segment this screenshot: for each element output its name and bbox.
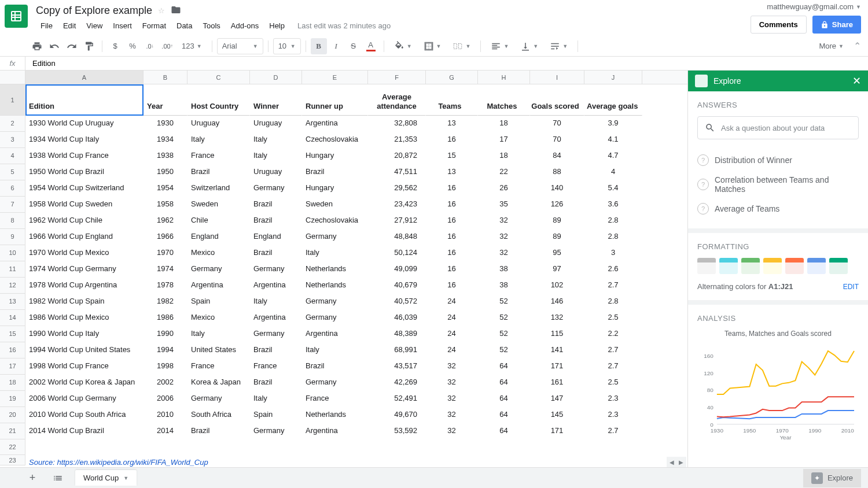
cell[interactable]: 32 [478, 213, 530, 228]
cell[interactable]: 1998 [144, 358, 187, 374]
cell[interactable]: 46,039 [368, 310, 426, 326]
row-header[interactable]: 22 [0, 439, 25, 455]
sheets-logo[interactable] [5, 5, 28, 28]
cell[interactable]: Italy [187, 132, 250, 147]
cell[interactable]: 95 [530, 245, 584, 261]
cell[interactable]: 1978 [144, 278, 187, 293]
cell[interactable]: 13 [426, 164, 478, 180]
cell[interactable]: 84 [530, 148, 584, 164]
cell[interactable]: 47,511 [368, 164, 426, 180]
row-header[interactable]: 14 [0, 310, 25, 326]
cell[interactable] [144, 455, 187, 465]
cell[interactable]: Spain [250, 407, 302, 423]
fill-color-button[interactable]: ▼ [389, 38, 417, 54]
cell[interactable]: 147 [530, 391, 584, 406]
cell[interactable]: 16 [426, 197, 478, 212]
cell[interactable]: 40,679 [368, 278, 426, 293]
row-header[interactable]: 5 [0, 164, 25, 180]
col-header-C[interactable]: C [187, 71, 250, 84]
cell[interactable]: Switzerland [187, 180, 250, 196]
header-cell[interactable]: Edition [25, 84, 144, 116]
cell[interactable]: 1958 World Cup Sweden [25, 197, 144, 212]
cell[interactable]: 2010 World Cup South Africa [25, 407, 144, 423]
row-header[interactable]: 16 [0, 342, 25, 358]
cell[interactable]: 20,872 [368, 148, 426, 164]
cell[interactable]: 1970 [144, 245, 187, 261]
cell[interactable]: 24 [426, 294, 478, 309]
collapse-toolbar-button[interactable]: ⌃ [854, 40, 861, 51]
cell[interactable] [368, 455, 426, 465]
cell[interactable]: 1978 World Cup Argentina [25, 278, 144, 293]
cell[interactable]: Uruguay [250, 164, 302, 180]
cell[interactable]: 2.8 [584, 213, 642, 228]
close-icon[interactable]: ✕ [852, 75, 861, 87]
color-swatch[interactable] [829, 258, 848, 274]
cell[interactable]: 16 [426, 261, 478, 277]
explore-chip-button[interactable]: ✦ Explore [803, 469, 861, 487]
cell[interactable]: 102 [530, 278, 584, 293]
cell[interactable]: 1994 [144, 342, 187, 358]
cell[interactable] [478, 455, 530, 465]
cell[interactable]: 52 [478, 310, 530, 326]
color-swatch[interactable] [697, 258, 716, 274]
cell[interactable]: 2.3 [584, 407, 642, 423]
cell[interactable]: United States [187, 342, 250, 358]
cell[interactable]: 89 [530, 213, 584, 228]
col-header-J[interactable]: J [584, 71, 642, 84]
color-swatch[interactable] [763, 258, 782, 274]
cell[interactable]: 1930 [144, 116, 187, 131]
menu-tools[interactable]: Tools [198, 19, 225, 32]
number-format-dropdown[interactable]: 123 ▼ [176, 38, 207, 54]
cell[interactable]: 52 [478, 294, 530, 309]
cell[interactable]: 1930 World Cup Uruguay [25, 116, 144, 131]
cell[interactable]: 27,912 [368, 213, 426, 228]
cell[interactable]: 1950 World Cup Brazil [25, 164, 144, 180]
header-cell[interactable]: Goals scored [530, 84, 584, 116]
ask-question-input[interactable]: Ask a question about your data [697, 116, 859, 139]
cell[interactable]: Argentina [187, 278, 250, 293]
cell[interactable]: Source: https://en.wikipedia.org/wiki/FI… [25, 455, 144, 465]
cell[interactable]: 38 [478, 261, 530, 277]
menu-format[interactable]: Format [138, 19, 171, 32]
row-header[interactable]: 2 [0, 116, 25, 132]
increase-decimal-button[interactable]: .00↑ [159, 38, 175, 54]
cell[interactable]: Uruguay [250, 116, 302, 131]
cell[interactable]: 132 [530, 310, 584, 326]
row-header[interactable]: 20 [0, 407, 25, 423]
cell[interactable]: Mexico [187, 245, 250, 261]
cell[interactable]: 68,991 [368, 342, 426, 358]
cell[interactable]: 1938 World Cup France [25, 148, 144, 164]
cell[interactable]: 24 [426, 310, 478, 326]
cell[interactable]: 16 [426, 278, 478, 293]
color-swatch[interactable] [785, 258, 804, 274]
cell[interactable]: 26 [478, 180, 530, 196]
cell[interactable]: 2.8 [584, 229, 642, 245]
cell[interactable]: Brazil [302, 164, 368, 180]
cell[interactable]: 32,808 [368, 116, 426, 131]
header-cell[interactable]: Teams [426, 84, 478, 116]
cell[interactable]: 1966 [144, 229, 187, 245]
header-cell[interactable]: Winner [250, 84, 302, 116]
select-all-corner[interactable] [0, 71, 25, 84]
header-cell[interactable]: Runner up [302, 84, 368, 116]
header-cell[interactable]: Averageattendance [368, 84, 426, 116]
cell[interactable] [302, 439, 368, 455]
answer-suggestion[interactable]: ?Distribution of Winner [697, 150, 859, 171]
undo-button[interactable] [46, 38, 62, 54]
cell[interactable]: 1998 World Cup France [25, 358, 144, 374]
cell[interactable]: 1982 World Cup Spain [25, 294, 144, 309]
col-header-H[interactable]: H [478, 71, 530, 84]
cell[interactable]: 24 [426, 342, 478, 358]
cell[interactable]: 2006 [144, 391, 187, 406]
cell[interactable]: 171 [530, 423, 584, 439]
cell[interactable]: 1990 [144, 326, 187, 342]
cell[interactable]: 18 [478, 148, 530, 164]
cell[interactable]: Mexico [187, 310, 250, 326]
cell[interactable]: 1934 [144, 132, 187, 147]
cell[interactable]: Brazil [187, 423, 250, 439]
cell[interactable]: 16 [426, 132, 478, 147]
row-header[interactable]: 13 [0, 294, 25, 310]
cell[interactable]: 64 [478, 407, 530, 423]
cell[interactable]: 32 [426, 358, 478, 374]
cell[interactable]: 2010 [144, 407, 187, 423]
